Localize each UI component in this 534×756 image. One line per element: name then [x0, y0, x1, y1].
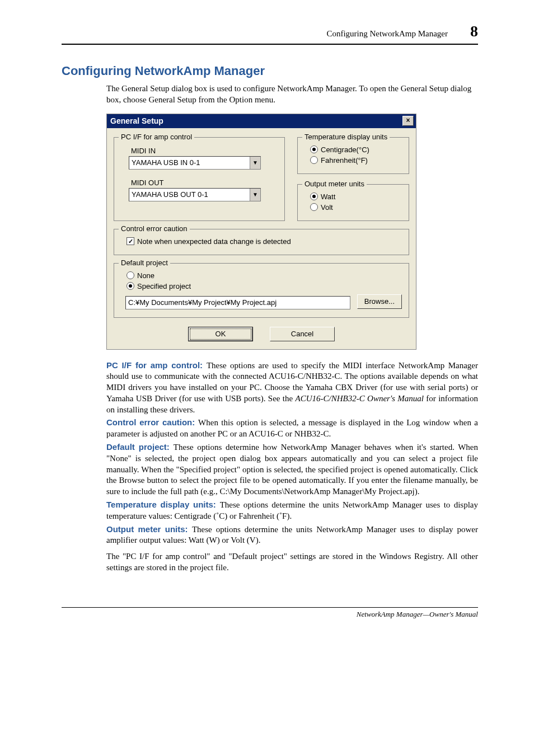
temperature-runhead: Temperature display units:: [106, 500, 220, 509]
note-change-checkbox[interactable]: Note when unexpected data change is dete…: [127, 237, 402, 246]
page-footer: NetworkAmp Manager—Owner's Manual: [62, 607, 478, 619]
general-setup-dialog: General Setup × PC I/F for amp control M…: [106, 114, 416, 350]
registry-note-paragraph: The "PC I/F for amp control" and "Defaul…: [106, 551, 478, 574]
radio-icon: [127, 271, 134, 279]
radio-icon: [310, 156, 318, 164]
midi-out-value: YAMAHA USB OUT 0-1: [132, 190, 208, 199]
default-project-runhead: Default project:: [106, 442, 174, 452]
radio-watt[interactable]: Watt: [310, 192, 402, 201]
pcif-runhead: PC I/F for amp control:: [106, 360, 207, 370]
pcif-paragraph: PC I/F for amp control: These options ar…: [106, 360, 478, 416]
checkbox-icon: [127, 237, 134, 245]
error-caution-group: Control error caution Note when unexpect…: [114, 229, 409, 255]
cancel-button[interactable]: Cancel: [270, 327, 335, 341]
temperature-paragraph: Temperature display units: These options…: [106, 499, 478, 522]
radio-none[interactable]: None: [127, 271, 402, 280]
radio-specified[interactable]: Specified project: [127, 282, 402, 290]
default-project-group: Default project None Specified project C…: [114, 263, 409, 318]
midi-in-label: MIDI IN: [131, 147, 278, 155]
midi-in-select[interactable]: YAMAHA USB IN 0-1 ▼: [129, 156, 261, 170]
radio-fahrenheit[interactable]: Fahrenheit(°F): [310, 156, 402, 165]
ok-button[interactable]: OK: [188, 327, 253, 341]
radio-icon: [310, 145, 318, 153]
project-path-field[interactable]: C:¥My Documents¥My Project¥My Project.ap…: [125, 296, 350, 309]
dialog-titlebar: General Setup ×: [107, 114, 416, 128]
page-number: 8: [470, 22, 478, 40]
browse-button[interactable]: Browse...: [357, 294, 402, 309]
midi-out-label: MIDI OUT: [131, 179, 278, 187]
temperature-legend: Temperature display units: [302, 133, 390, 141]
error-caution-legend: Control error caution: [119, 224, 190, 233]
pcif-group: PC I/F for amp control MIDI IN YAMAHA US…: [114, 137, 285, 221]
error-caution-paragraph: Control error caution: When this option …: [106, 417, 478, 440]
pcif-legend: PC I/F for amp control: [119, 133, 194, 141]
page-header: Configuring NetworkAmp Manager 8: [62, 22, 478, 45]
default-project-legend: Default project: [119, 259, 170, 267]
section-title: Configuring NetworkAmp Manager: [62, 64, 478, 78]
meter-legend: Output meter units: [302, 180, 367, 188]
chevron-down-icon[interactable]: ▼: [250, 157, 260, 169]
meter-group: Output meter units Watt Volt: [297, 184, 409, 221]
radio-icon: [310, 203, 318, 211]
midi-in-value: YAMAHA USB IN 0-1: [132, 158, 200, 167]
error-caution-runhead: Control error caution:: [106, 417, 198, 427]
close-icon[interactable]: ×: [402, 116, 414, 126]
default-project-paragraph: Default project: These options determine…: [106, 442, 478, 497]
chevron-down-icon[interactable]: ▼: [250, 189, 260, 201]
header-chapter: Configuring NetworkAmp Manager: [326, 29, 448, 39]
temperature-group: Temperature display units Centigrade(°C)…: [297, 137, 409, 174]
radio-volt[interactable]: Volt: [310, 203, 402, 212]
meter-paragraph: Output meter units: These options determ…: [106, 524, 478, 547]
intro-paragraph: The General Setup dialog box is used to …: [106, 83, 478, 106]
meter-runhead: Output meter units:: [106, 524, 192, 534]
radio-icon: [310, 192, 318, 200]
radio-centigrade[interactable]: Centigrade(°C): [310, 145, 402, 154]
midi-out-select[interactable]: YAMAHA USB OUT 0-1 ▼: [129, 188, 261, 201]
radio-icon: [127, 282, 134, 290]
dialog-title: General Setup: [110, 116, 163, 125]
